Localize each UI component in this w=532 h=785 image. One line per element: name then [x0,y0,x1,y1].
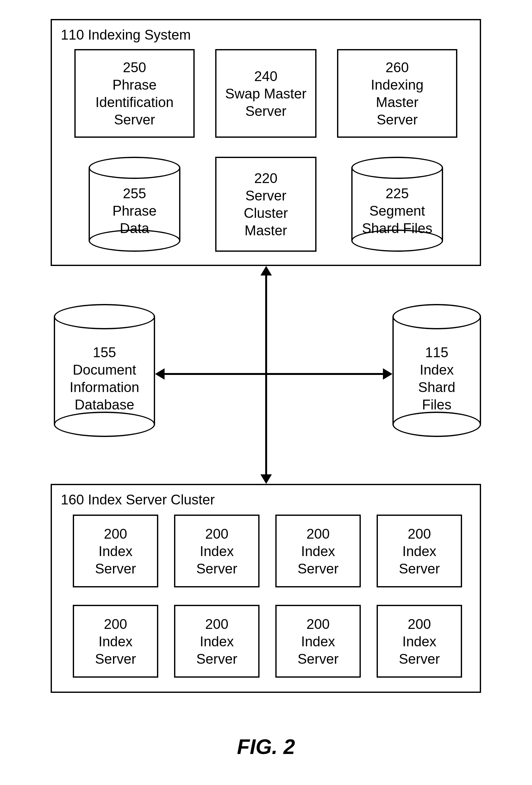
box-server-cluster-master: 220 Server Cluster Master [215,157,317,252]
box-line: Server [399,560,440,577]
box-line: 200 [205,525,228,542]
box-line: Server [245,187,286,204]
box-line: Server [399,650,440,667]
cyl-line: Index [420,361,454,378]
group-indexing-system-title: 110 Indexing System [61,26,191,43]
box-line: Index [99,633,133,650]
box-line: Master [376,94,418,111]
box-index-server: 200 Index Server [174,514,260,587]
figure-caption: FIG. 2 [0,735,532,759]
box-index-server: 200 Index Server [174,605,260,678]
box-line: Server [196,650,237,667]
box-line: Identification [95,94,174,111]
cyl-line: Data [120,220,150,237]
box-line: Server [196,560,237,577]
cyl-line: 255 [123,185,146,202]
cylinder-phrase-data: 255 Phrase Data [89,157,180,252]
box-line: Server [297,650,339,667]
cylinder-document-information-database: 155 Document Information Database [54,304,155,437]
cyl-line: Files [422,396,452,413]
cyl-line: 225 [385,185,408,202]
box-line: 200 [307,615,329,633]
arrow-up-head [261,266,272,276]
box-index-server: 200 Index Server [377,605,462,678]
box-indexing-master-server: 260 Indexing Master Server [337,49,457,138]
box-line: Server [245,102,286,120]
cyl-line: Shard Files [362,220,433,237]
box-line: 200 [104,525,127,542]
box-line: 200 [408,615,431,633]
box-line: Phrase [112,76,156,94]
box-line: Master [245,222,287,239]
cyl-line: Document [73,361,136,378]
box-line: Swap Master [225,85,307,102]
cyl-line: Database [75,396,134,413]
box-line: Index [301,633,335,650]
box-line: 220 [254,170,277,187]
arrow-down-head [261,474,272,484]
cylinder-index-shard-files: 115 Index Shard Files [393,304,481,437]
box-line: 200 [104,615,127,633]
cyl-line: Shard [418,378,455,396]
box-line: Cluster [244,204,288,222]
box-line: Index [301,542,335,560]
diagram-canvas: 110 Indexing System 250 Phrase Identific… [0,0,532,785]
box-index-server: 200 Index Server [275,514,361,587]
box-line: Server [95,560,136,577]
box-line: Index [402,633,436,650]
box-line: Server [114,111,155,128]
cylinder-segment-shard-files: 225 Segment Shard Files [351,157,443,252]
box-line: Index [200,633,234,650]
box-line: 200 [205,615,228,633]
group-index-server-cluster-title: 160 Index Server Cluster [61,491,215,508]
box-line: Indexing [371,76,423,94]
box-line: 200 [408,525,431,542]
box-line: Index [402,542,436,560]
cyl-line: 155 [93,344,116,361]
box-line: 200 [307,525,329,542]
cyl-line: 115 [425,344,448,361]
cyl-line: Segment [369,202,425,220]
arrow-horizontal-line [163,373,384,375]
box-index-server: 200 Index Server [73,605,158,678]
box-line: Server [297,560,339,577]
box-line: 260 [385,58,408,76]
arrow-right-head [383,368,393,380]
box-index-server: 200 Index Server [73,514,158,587]
box-line: 240 [254,68,277,85]
box-phrase-identification-server: 250 Phrase Identification Server [74,49,195,138]
box-line: Server [95,650,136,667]
cyl-line: Information [70,378,139,396]
box-line: Index [200,542,234,560]
box-line: 250 [123,58,146,76]
cyl-line: Phrase [112,202,156,220]
box-line: Index [99,542,133,560]
box-line: Server [377,111,418,128]
box-index-server: 200 Index Server [377,514,462,587]
arrow-left-head [155,368,165,380]
box-swap-master-server: 240 Swap Master Server [215,49,317,138]
box-index-server: 200 Index Server [275,605,361,678]
